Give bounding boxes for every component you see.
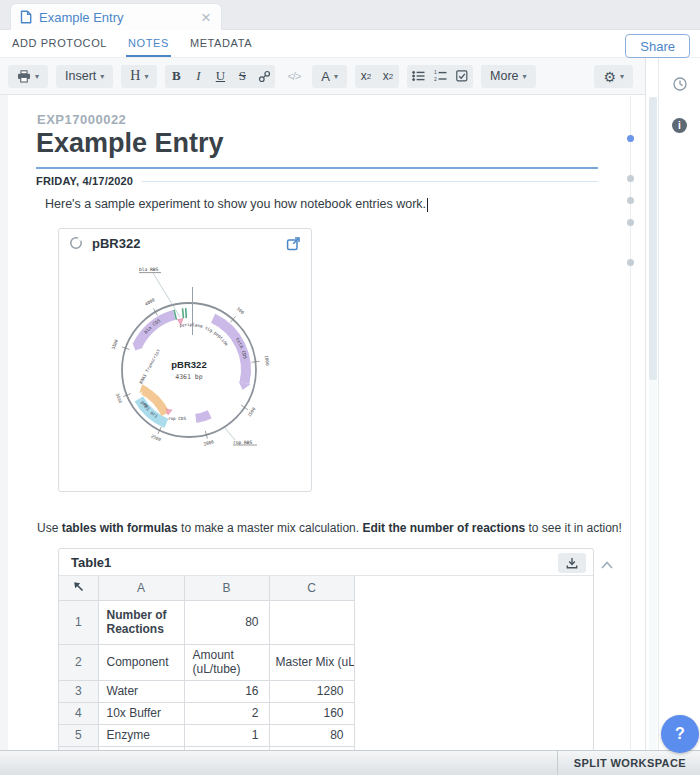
download-icon <box>566 557 578 569</box>
svg-text:2: 2 <box>434 76 437 82</box>
row-number[interactable]: 4 <box>59 702 98 724</box>
timeline-dot[interactable] <box>627 197 634 204</box>
intro-paragraph[interactable]: Here's a sample experiment to show you h… <box>45 197 428 212</box>
select-all-cell[interactable] <box>59 576 98 600</box>
checklist-button[interactable] <box>451 65 473 88</box>
row-number[interactable]: 5 <box>59 724 98 746</box>
heading-button[interactable]: H▾ <box>121 65 157 88</box>
svg-text:3500: 3500 <box>111 338 119 350</box>
tab-metadata[interactable]: METADATA <box>188 30 254 57</box>
plasmid-widget[interactable]: pBR322 500 <box>58 228 312 492</box>
cell[interactable]: 16 <box>184 680 269 702</box>
column-header-c[interactable]: C <box>269 576 354 600</box>
timeline-dot[interactable] <box>627 259 634 266</box>
tab-bar: Example Entry × <box>0 0 700 30</box>
timeline-dot[interactable] <box>627 175 634 182</box>
table-widget: Table1 A B C 1 N <box>58 548 594 750</box>
plasmid-widget-header: pBR322 <box>59 229 311 257</box>
link-icon <box>258 70 271 83</box>
insert-button[interactable]: Insert▾ <box>56 65 113 88</box>
svg-text:500: 500 <box>236 306 245 315</box>
plasmid-name: pBR322 <box>92 236 277 251</box>
script-group: x2 x2 <box>355 65 399 88</box>
row-number[interactable]: 2 <box>59 644 98 680</box>
tab-notes[interactable]: NOTES <box>126 30 171 57</box>
list-group: 12 <box>407 65 473 88</box>
formatting-toolbar: ▾ Insert▾ H▾ B I U S </> A▾ x2 x2 12 Mor… <box>0 58 646 95</box>
open-popout-icon[interactable] <box>286 236 301 251</box>
svg-text:rop RBS: rop RBS <box>233 440 253 445</box>
close-icon[interactable]: × <box>199 9 213 26</box>
help-button[interactable]: ? <box>661 715 699 753</box>
table-title: Table1 <box>71 555 111 570</box>
inline-format-group: B I U S <box>165 65 275 88</box>
day-heading: FRIDAY, 4/17/2020 <box>36 175 598 187</box>
tables-tip-paragraph[interactable]: Use tables with formulas to make a maste… <box>37 521 622 535</box>
svg-text:1500: 1500 <box>247 406 257 418</box>
svg-text:RNAI Transcript: RNAI Transcript <box>138 348 161 385</box>
column-header-a[interactable]: A <box>98 576 184 600</box>
print-button[interactable]: ▾ <box>8 65 48 88</box>
cell[interactable]: Water <box>98 680 184 702</box>
cell[interactable]: 1 <box>184 724 269 746</box>
cell[interactable]: Enzyme <box>98 724 184 746</box>
svg-text:bla RBS: bla RBS <box>139 267 159 272</box>
info-button[interactable]: i <box>672 118 687 133</box>
text-color-button[interactable]: A▾ <box>312 65 347 88</box>
cell[interactable]: Amount (uL/tube) <box>184 644 269 680</box>
italic-button[interactable]: I <box>187 65 209 88</box>
cell[interactable]: 80 <box>269 724 354 746</box>
cell[interactable]: Component <box>98 644 184 680</box>
svg-text:2500: 2500 <box>150 433 162 442</box>
collapse-table-button[interactable] <box>600 557 614 569</box>
cell[interactable]: 1280 <box>269 680 354 702</box>
cell[interactable]: 10x Buffer <box>98 702 184 724</box>
more-button[interactable]: More▾ <box>481 65 536 88</box>
svg-text:3000: 3000 <box>115 393 124 405</box>
export-table-button[interactable] <box>558 553 586 573</box>
cell[interactable]: Master Mix (uL) <box>269 644 354 680</box>
chevron-up-icon <box>600 559 614 571</box>
bold-button[interactable]: B <box>165 65 187 88</box>
table-row: 3 Water 16 1280 <box>59 680 593 702</box>
numbered-list-button[interactable]: 12 <box>429 65 451 88</box>
bullet-list-button[interactable] <box>407 65 429 88</box>
grid-empty-area <box>354 576 593 600</box>
column-header-b[interactable]: B <box>184 576 269 600</box>
document-icon <box>20 10 32 24</box>
timeline-dot[interactable] <box>627 219 634 226</box>
row-number[interactable]: 1 <box>59 600 98 644</box>
share-button[interactable]: Share <box>625 34 690 58</box>
table-row: 2 Component Amount (uL/tube) Master Mix … <box>59 644 593 680</box>
bullet-list-icon <box>412 70 425 82</box>
cell[interactable]: Number of Reactions <box>98 600 184 644</box>
code-button[interactable]: </> <box>283 65 304 88</box>
info-icon: i <box>672 118 687 133</box>
tab-add-protocol[interactable]: ADD PROTOCOL <box>10 30 109 57</box>
cell[interactable]: 2 <box>184 702 269 724</box>
history-button[interactable] <box>672 76 688 96</box>
cell[interactable]: 160 <box>269 702 354 724</box>
entry-tab[interactable]: Example Entry × <box>10 3 222 30</box>
cell[interactable] <box>269 600 354 644</box>
day-divider <box>142 181 598 182</box>
clock-icon <box>672 76 688 92</box>
underline-button[interactable]: U <box>209 65 231 88</box>
timeline-dot-current[interactable] <box>627 135 634 142</box>
split-workspace-button[interactable]: SPLIT WORKSPACE <box>557 751 700 775</box>
link-button[interactable] <box>253 65 275 88</box>
scrollbar-thumb[interactable] <box>649 97 657 380</box>
superscript-button[interactable]: x2 <box>377 65 399 88</box>
settings-button[interactable]: ⚙▾ <box>594 65 633 88</box>
svg-text:1: 1 <box>434 70 437 75</box>
right-sidebar: i <box>658 58 700 750</box>
plasmid-icon <box>69 236 83 250</box>
strikethrough-button[interactable]: S <box>231 65 253 88</box>
subscript-button[interactable]: x2 <box>355 65 377 88</box>
entry-title[interactable]: Example Entry <box>36 128 224 159</box>
row-number[interactable]: 3 <box>59 680 98 702</box>
cell[interactable]: 80 <box>184 600 269 644</box>
entry-id: EXP17000022 <box>37 112 126 127</box>
table-row: 5 Enzyme 1 80 <box>59 724 593 746</box>
status-bar: SPLIT WORKSPACE <box>0 750 700 775</box>
